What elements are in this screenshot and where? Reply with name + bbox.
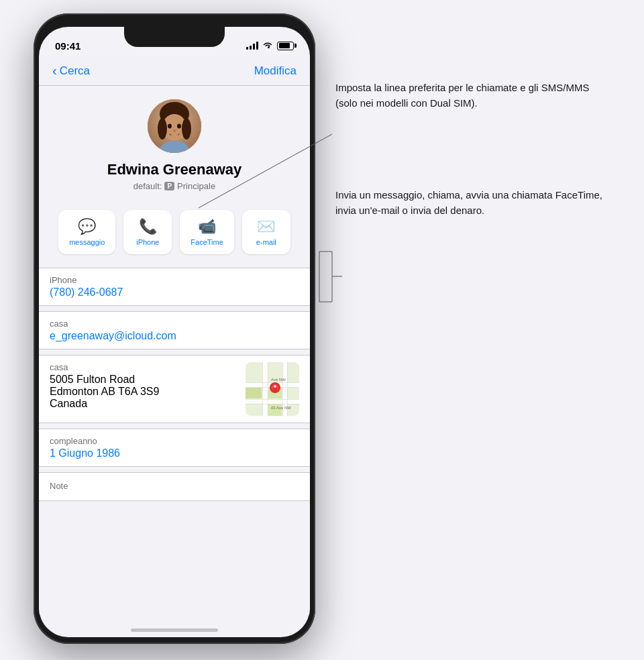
content-area: Edwina Greenaway default: P Principale 💬… [39,86,310,614]
contact-default-line: default: P Principale [133,181,215,191]
battery-icon [277,42,294,50]
email-icon: ✉️ [257,218,275,235]
phone-icon: 📞 [139,218,157,235]
back-button[interactable]: ‹ Cerca [52,64,90,78]
default-sim: Principale [177,181,215,191]
wifi-icon [262,41,273,51]
svg-point-8 [173,129,176,132]
map-thumbnail[interactable]: Ave NW 03 Ave NW [246,362,299,416]
message-label: messaggio [69,238,105,246]
signal-icon [246,42,258,50]
message-button[interactable]: 💬 messaggio [58,210,115,254]
address-line1: 5005 Fulton Road [50,374,237,386]
nav-bar: ‹ Cerca Modifica [39,56,310,86]
birthday-type-label: compleanno [50,436,299,446]
birthday-section: compleanno 1 Giugno 1986 [39,429,310,467]
svg-rect-17 [246,399,299,400]
email-section: casa e_greenaway@icloud.com [39,311,310,349]
svg-text:Ave NW: Ave NW [271,378,286,382]
notes-row[interactable]: Note [39,473,310,500]
svg-point-6 [168,124,172,129]
home-indicator [131,628,218,632]
status-time: 09:41 [55,40,80,52]
default-badge: P [164,182,174,190]
annotation-text-2: Invia un messaggio, chiama, avvia una ch… [335,188,604,218]
phone-type-label: iPhone [50,275,299,285]
notes-section: Note [39,472,310,501]
svg-rect-18 [246,404,299,404]
status-icons [246,41,294,51]
email-button[interactable]: ✉️ e-mail [242,210,290,254]
svg-rect-24 [246,388,262,398]
annotation-text-1: Imposta la linea preferita per le chiama… [335,80,604,111]
svg-rect-20 [268,362,268,416]
avatar [148,99,201,153]
svg-point-30 [274,385,276,388]
svg-rect-13 [262,362,268,416]
edit-button[interactable]: Modifica [254,64,297,78]
birthday-value: 1 Giugno 1986 [50,447,299,459]
phone-section: iPhone (780) 246-0687 [39,268,310,306]
phone-value: (780) 246-0687 [50,286,299,298]
contact-header: Edwina Greenaway default: P Principale [39,86,310,202]
facetime-label: FaceTime [191,238,223,246]
phone-label: iPhone [136,238,159,246]
svg-rect-12 [246,399,299,404]
phone-frame: 09:41 ‹ Ce [34,13,315,644]
contact-name: Edwina Greenaway [107,161,242,178]
svg-point-4 [158,118,167,140]
address-type-label: casa [50,362,237,372]
phone-row[interactable]: iPhone (780) 246-0687 [39,268,310,305]
address-line2: Edmonton AB T6A 3S9 [50,386,237,398]
svg-text:03 Ave NW: 03 Ave NW [271,406,291,410]
back-label: Cerca [60,64,90,78]
phone-button[interactable]: 📞 iPhone [123,210,172,254]
address-text: casa 5005 Fulton Road Edmonton AB T6A 3S… [50,362,237,410]
message-icon: 💬 [78,218,96,235]
address-row[interactable]: casa 5005 Fulton Road Edmonton AB T6A 3S… [39,355,310,423]
address-section: casa 5005 Fulton Road Edmonton AB T6A 3S… [39,355,310,423]
email-label: e-mail [256,238,276,246]
svg-rect-15 [246,382,299,383]
svg-rect-19 [262,362,263,416]
back-arrow-icon: ‹ [52,64,57,77]
facetime-icon: 📹 [198,218,216,235]
birthday-row[interactable]: compleanno 1 Giugno 1986 [39,429,310,466]
facetime-button[interactable]: 📹 FaceTime [180,210,234,254]
action-buttons: 💬 messaggio 📞 iPhone 📹 FaceTime ✉️ e-mai… [39,202,310,268]
notes-label: Note [50,481,299,491]
notch [124,27,225,47]
email-type-label: casa [50,319,299,329]
email-value: e_greenaway@icloud.com [50,330,299,342]
email-row[interactable]: casa e_greenaway@icloud.com [39,312,310,349]
annotations: Imposta la linea preferita per le chiama… [322,0,644,660]
svg-point-7 [177,124,181,129]
phone-screen: 09:41 ‹ Ce [39,27,310,637]
address-line3: Canada [50,398,237,410]
default-label: default: [133,181,162,191]
svg-point-5 [182,118,191,140]
